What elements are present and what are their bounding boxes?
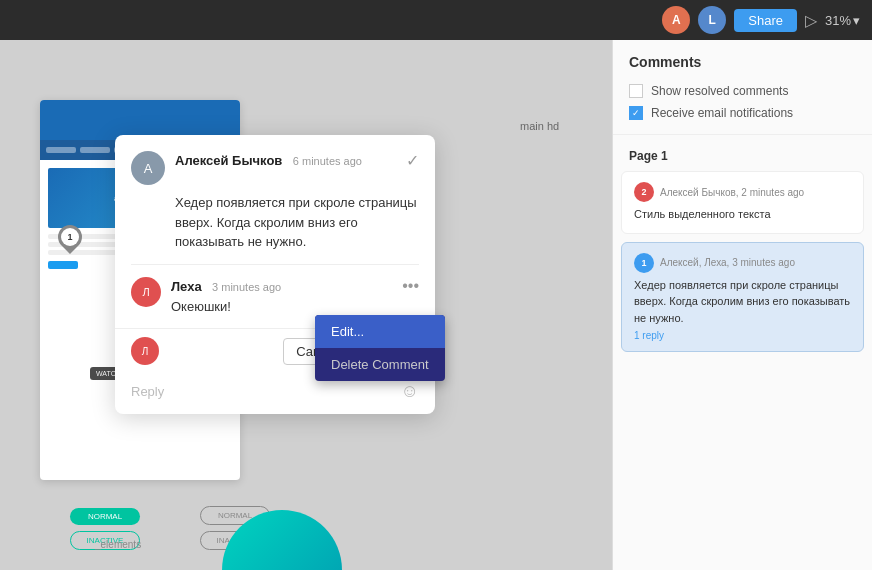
comment-header-1: А Алексей Бычков 6 minutes ago ✓: [115, 135, 435, 193]
comment-popup: А Алексей Бычков 6 minutes ago ✓ Хедер п…: [115, 135, 435, 414]
card-text-1: Стиль выделенного текста: [634, 206, 851, 223]
design-header: [40, 100, 240, 140]
context-menu: Edit... Delete Comment: [315, 315, 445, 381]
comment-author-1: Алексей Бычков: [175, 153, 282, 168]
normal-button-1[interactable]: NORMAL: [70, 508, 140, 525]
card-meta-1: Алексей Бычков, 2 minutes ago: [660, 187, 851, 198]
receive-email-checkbox[interactable]: [629, 106, 643, 120]
comment-text-1: Хедер появляется при скроле страницы вве…: [115, 193, 435, 264]
share-button[interactable]: Share: [734, 9, 797, 32]
reply-avatar: Л: [131, 277, 161, 307]
show-resolved-label: Show resolved comments: [651, 84, 788, 98]
play-button[interactable]: ▷: [805, 11, 817, 30]
reply-author: Леха: [171, 279, 202, 294]
zoom-control[interactable]: 31% ▾: [825, 13, 860, 28]
reply-block: Л Леха 3 minutes ago Океюшки! ••• Edit..…: [115, 265, 435, 329]
main-hd-label: main hd: [520, 120, 559, 132]
card-text-2: Хедер появляется при скроле страницы вве…: [634, 277, 851, 327]
edit-menu-item[interactable]: Edit...: [315, 315, 445, 348]
card-reply-count: 1 reply: [634, 330, 851, 341]
comment-card-1[interactable]: 2 Алексей Бычков, 2 minutes ago Стиль вы…: [621, 171, 864, 234]
card-meta-2: Алексей, Леха, 3 minutes ago: [660, 257, 851, 268]
reply-meta: Леха 3 minutes ago Океюшки!: [171, 277, 392, 317]
input-avatar: Л: [131, 337, 159, 365]
more-options-button[interactable]: •••: [402, 277, 419, 295]
comment-avatar-1: А: [131, 151, 165, 185]
reply-time: 3 minutes ago: [212, 281, 281, 293]
comment-card-2[interactable]: 1 Алексей, Леха, 3 minutes ago Хедер поя…: [621, 242, 864, 353]
canvas-area: ify propering anced marketing in WATCH T…: [0, 40, 612, 570]
reply-text: Океюшки!: [171, 297, 392, 317]
emoji-button[interactable]: ☺: [401, 381, 419, 402]
avatar-user1: A: [662, 6, 690, 34]
receive-email-label: Receive email notifications: [651, 106, 793, 120]
show-resolved-option: Show resolved comments: [613, 80, 872, 102]
check-icon[interactable]: ✓: [406, 151, 419, 170]
comment-meta-1: Алексей Бычков 6 minutes ago: [175, 151, 396, 169]
card-badge-2: 1: [634, 253, 654, 273]
card-badge-1: 2: [634, 182, 654, 202]
right-panel: Comments Show resolved comments Receive …: [612, 40, 872, 570]
receive-email-option: Receive email notifications: [613, 102, 872, 124]
elements-label: _elements: [95, 539, 141, 550]
avatar-user2: L: [698, 6, 726, 34]
comment-time-1: 6 minutes ago: [293, 155, 362, 167]
panel-title: Comments: [613, 40, 872, 80]
delete-menu-item[interactable]: Delete Comment: [315, 348, 445, 381]
reply-placeholder[interactable]: Reply: [131, 384, 164, 399]
show-resolved-checkbox[interactable]: [629, 84, 643, 98]
panel-divider: [613, 134, 872, 135]
topbar: A L Share ▷ 31% ▾: [0, 0, 872, 40]
page-label: Page 1: [613, 145, 872, 171]
